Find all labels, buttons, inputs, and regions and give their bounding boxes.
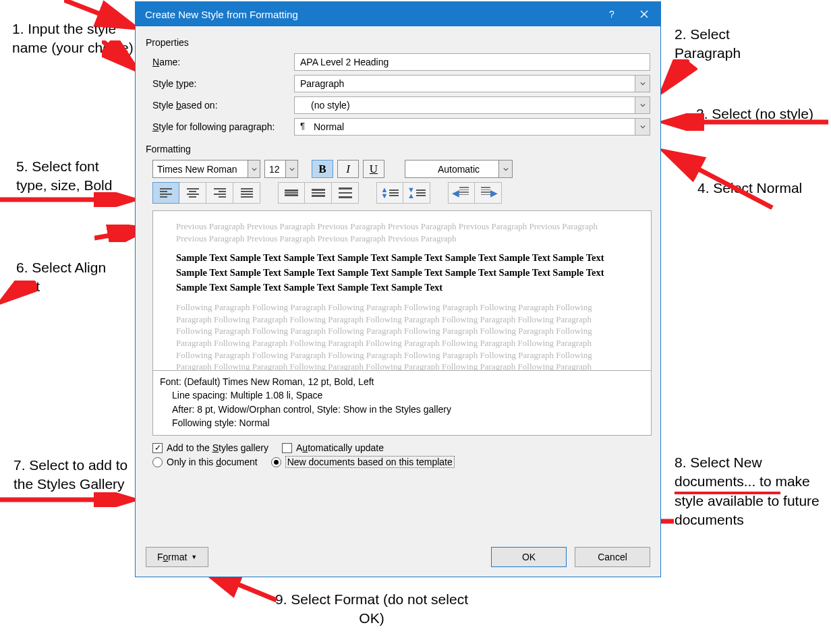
align-center-button[interactable]: [179, 182, 206, 204]
chevron-down-icon: [635, 119, 650, 135]
add-to-gallery-label: Add to the Styles gallery: [167, 442, 268, 453]
line-spacing-1-button[interactable]: [278, 182, 305, 204]
align-justify-button[interactable]: [233, 182, 260, 204]
auto-update-checkbox[interactable]: Automatically update: [282, 442, 384, 453]
underline-:= button[interactable]: U: [363, 160, 384, 178]
ok-button[interactable]: OK: [491, 547, 567, 567]
name-input[interactable]: [294, 53, 650, 71]
following-combo[interactable]: ¶ Normal: [294, 118, 650, 136]
line-spacing-2-button[interactable]: [332, 182, 359, 204]
close-button[interactable]: [628, 2, 660, 26]
annotation-3: 3. Select (no style): [696, 105, 818, 123]
following-value: Normal: [314, 121, 344, 132]
bold-button[interactable]: B: [312, 160, 333, 178]
only-this-document-radio[interactable]: Only in this document: [152, 457, 258, 467]
format-button[interactable]: Format▼: [146, 547, 208, 567]
svg-line-3: [664, 59, 688, 90]
formatting-label: Formatting: [146, 144, 650, 154]
pilcrow-icon: ¶: [300, 121, 305, 131]
para-space-increase-button[interactable]: ▲▼: [376, 182, 403, 204]
align-left-button[interactable]: [152, 182, 179, 204]
new-documents-label: New documents based on this template: [285, 456, 455, 468]
chevron-down-icon: [285, 160, 297, 177]
para-space-decrease-button[interactable]: ▼▲: [403, 182, 430, 204]
desc-line-2: Line spacing: Multiple 1.08 li, Space: [160, 388, 644, 402]
preview-previous-text: Previous Paragraph Previous Paragraph Pr…: [176, 221, 628, 244]
only-this-document-label: Only in this document: [167, 457, 258, 467]
arrow-icon: [0, 492, 142, 507]
annotation-7: 7. Select to add to the Styles Gallery: [13, 456, 128, 494]
font-size-value: 12: [269, 164, 280, 175]
based-on-label: Style based on:: [152, 100, 294, 111]
cancel-button[interactable]: Cancel: [575, 547, 650, 567]
auto-update-label: Automatically update: [296, 442, 384, 453]
chevron-down-icon: [248, 160, 260, 177]
titlebar[interactable]: Create New Style from Formatting ?: [136, 2, 660, 26]
style-type-combo[interactable]: Paragraph: [294, 75, 650, 92]
arrow-icon: [660, 59, 697, 100]
caret-down-icon: ▼: [191, 554, 197, 560]
annotation-1: 1. Input the style name (your choice): [12, 20, 134, 58]
following-label: Style for following paragraph:: [152, 121, 294, 132]
line-spacing-1.5-button[interactable]: [305, 182, 332, 204]
preview-following-text: Following Paragraph Following Paragraph …: [176, 301, 628, 371]
based-on-value: (no style): [311, 100, 350, 111]
dialog-title: Create New Style from Formatting: [145, 9, 298, 20]
style-description: Font: (Default) Times New Roman, 12 pt, …: [152, 371, 652, 436]
desc-line-3: After: 8 pt, Widow/Orphan control, Style…: [160, 403, 644, 416]
font-size-combo[interactable]: 12: [264, 160, 298, 178]
font-color-value: Automatic: [438, 164, 480, 175]
increase-indent-button[interactable]: ▶: [475, 182, 502, 204]
annotation-5: 5. Select font type, size, Bold: [16, 157, 131, 196]
preview-pane: Previous Paragraph Previous Paragraph Pr…: [152, 210, 652, 371]
new-documents-radio[interactable]: New documents based on this template: [271, 456, 455, 468]
annotation-2: 2. Select Paragraph: [675, 25, 796, 63]
annotation-4: 4. Select Normal: [697, 179, 819, 198]
align-right-button[interactable]: [206, 182, 233, 204]
desc-line-1: Font: (Default) Times New Roman, 12 pt, …: [160, 375, 644, 388]
annotation-6: 6. Select Align Left: [16, 258, 131, 297]
properties-label: Properties: [146, 37, 650, 48]
italic-button[interactable]: I: [337, 160, 359, 178]
style-type-value: Paragraph: [300, 78, 344, 89]
name-label: Name:: [152, 57, 294, 67]
dialog-create-style: Create New Style from Formatting ? Prope…: [135, 1, 661, 577]
decrease-indent-button[interactable]: ◀: [448, 182, 475, 204]
radio-unselected-icon: [152, 457, 163, 467]
font-name-combo[interactable]: Times New Roman: [152, 160, 260, 178]
radio-selected-icon: [271, 457, 281, 467]
help-button[interactable]: ?: [596, 2, 628, 26]
chevron-down-icon: [635, 76, 650, 92]
annotation-underline: [675, 492, 780, 494]
chevron-down-icon: [498, 160, 512, 177]
desc-line-4: Following style: Normal: [160, 416, 644, 430]
chevron-down-icon: [635, 97, 650, 113]
font-color-combo[interactable]: Automatic: [405, 160, 513, 178]
close-icon: [640, 10, 648, 18]
font-name-value: Times New Roman: [157, 164, 237, 175]
preview-sample-text: Sample Text Sample Text Sample Text Samp…: [176, 251, 628, 295]
checkbox-checked-icon: ✓: [152, 443, 163, 453]
checkbox-unchecked-icon: [282, 443, 292, 453]
annotation-9: 9. Select Format (do not select OK): [270, 590, 473, 628]
style-type-label: Style type:: [152, 78, 294, 89]
add-to-gallery-checkbox[interactable]: ✓ Add to the Styles gallery: [152, 442, 268, 453]
based-on-combo[interactable]: (no style): [294, 96, 650, 114]
